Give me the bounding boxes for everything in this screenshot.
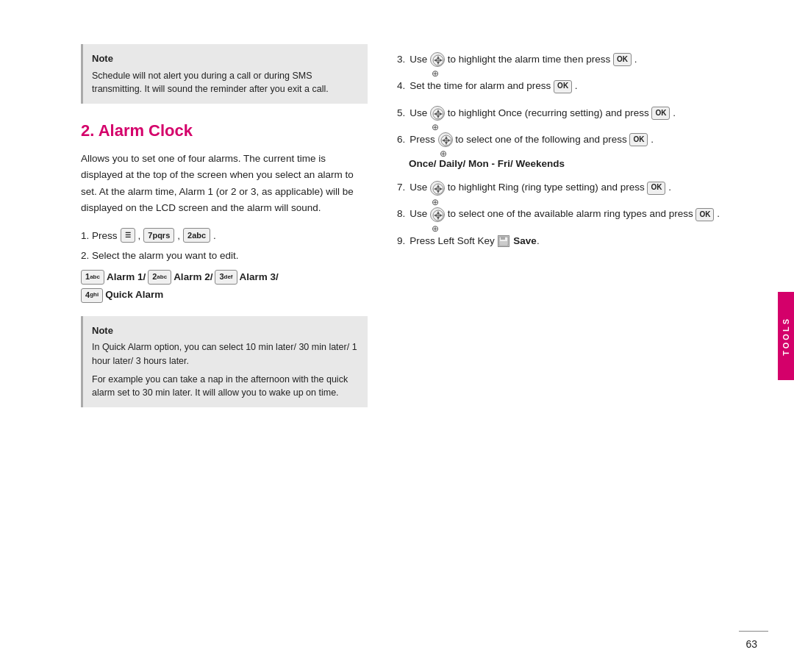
svg-point-17 (445, 139, 448, 142)
svg-marker-25 (437, 211, 440, 214)
svg-point-29 (437, 214, 440, 217)
ok-badge-5: OK (651, 107, 670, 120)
nav-icon-3 (430, 52, 445, 67)
section-description: Allows you to set one of four alarms. Th… (81, 151, 368, 216)
page-container: Note Schedule will not alert you during … (0, 0, 794, 672)
svg-marker-14 (445, 142, 448, 145)
svg-marker-20 (437, 190, 440, 193)
once-daily-text: Once/ Daily/ Mon - Fri/ Weekends (397, 158, 765, 169)
key-4ghi: 4ghi (81, 288, 103, 303)
step1-text: 1. Press (81, 230, 118, 241)
save-label: Save (513, 235, 537, 246)
alarm-row-2: 4ghi Quick Alarm (81, 286, 368, 304)
right-column: 3. Use to highlight the alarm time then … (397, 44, 765, 643)
alarm-row: 1abc Alarm 1/ 2abc Alarm 2/ 3def Alarm 3… (81, 268, 368, 286)
tools-label: TOOLS (782, 317, 790, 356)
svg-marker-28 (440, 214, 443, 217)
alarm3-label: Alarm 3/ (240, 268, 279, 286)
save-icon (498, 235, 509, 247)
note1-title: Note (92, 51, 359, 66)
key-1: 1abc (81, 270, 104, 285)
step-9: 9. Press Left Soft Key Save. (397, 233, 765, 249)
key-3def: 3def (215, 270, 237, 285)
note2-title: Note (92, 324, 359, 338)
step-8: 8. Use to select one of the available al… (397, 206, 765, 222)
ok-badge-4: OK (554, 80, 572, 93)
main-content: Note Schedule will not alert you during … (0, 0, 794, 672)
note-box-1: Note Schedule will not alert you during … (81, 44, 368, 104)
ok-badge-8: OK (695, 208, 714, 221)
alarm1-label: Alarm 1/ (107, 268, 146, 286)
tools-sidebar-tab: TOOLS (778, 292, 794, 380)
once-daily-label: Once/ Daily/ Mon - Fri/ Weekends (409, 158, 565, 169)
nav-icon-5 (430, 106, 445, 121)
key-7pqrs: 7pqrs (143, 228, 174, 243)
svg-marker-2 (437, 62, 440, 65)
svg-marker-1 (437, 56, 440, 59)
note2-body1: In Quick Alarm option, you can select 10… (92, 340, 359, 368)
svg-marker-7 (437, 110, 440, 112)
alarm-options: 1abc Alarm 1/ 2abc Alarm 2/ 3def Alarm 3… (81, 268, 368, 304)
nav-icon-8 (430, 207, 445, 222)
svg-marker-22 (440, 187, 443, 190)
svg-rect-31 (501, 237, 505, 240)
nav-icon-6 (438, 132, 453, 147)
page-number: 63 (745, 638, 757, 650)
key-2abc: 2abc (148, 270, 171, 285)
svg-marker-19 (437, 185, 440, 187)
svg-marker-9 (434, 112, 437, 115)
note-box-2: Note In Quick Alarm option, you can sele… (81, 316, 368, 408)
left-column: Note Schedule will not alert you during … (81, 44, 368, 643)
step-3: 3. Use to highlight the alarm time then … (397, 51, 765, 68)
svg-marker-3 (434, 59, 437, 62)
step-1: 1. Press ☰ , 7pqrs , 2abc . (81, 228, 368, 243)
svg-marker-27 (434, 214, 437, 217)
step-4: 4. Set the time for alarm and press OK . (397, 78, 765, 94)
step-2: 2. Select the alarm you want to edit. (81, 250, 368, 261)
section-title: 2. Alarm Clock (81, 121, 368, 140)
svg-marker-15 (442, 139, 445, 142)
svg-marker-21 (434, 187, 437, 190)
alarm2-label: Alarm 2/ (174, 268, 212, 286)
key-2abc-step1: 2abc (183, 228, 210, 243)
svg-marker-26 (437, 217, 440, 220)
svg-marker-8 (437, 115, 440, 118)
ok-badge-6: OK (629, 133, 648, 146)
svg-point-11 (437, 112, 440, 115)
ok-badge-7: OK (647, 182, 665, 195)
alarm4-label: Quick Alarm (105, 286, 163, 304)
nav-icon-7 (430, 181, 445, 196)
step-6: 6. Press to select one of the following … (397, 132, 765, 148)
step2-text: 2. Select the alarm you want to edit. (81, 250, 239, 261)
svg-point-23 (437, 187, 440, 190)
svg-marker-10 (440, 112, 443, 115)
divider (739, 631, 768, 632)
note2-body2: For example you can take a nap in the af… (92, 373, 359, 401)
step-5: 5. Use to highlight Once (recurring sett… (397, 105, 765, 121)
ok-badge-3: OK (613, 53, 632, 66)
menu-icon: ☰ (121, 228, 135, 243)
note1-body: Schedule will not alert you during a cal… (92, 69, 359, 97)
step-7: 7. Use to highlight Ring (ring type sett… (397, 179, 765, 196)
svg-marker-13 (445, 136, 448, 139)
svg-marker-16 (448, 139, 451, 142)
svg-rect-32 (500, 241, 507, 245)
svg-point-5 (437, 59, 440, 62)
svg-marker-4 (440, 59, 443, 62)
